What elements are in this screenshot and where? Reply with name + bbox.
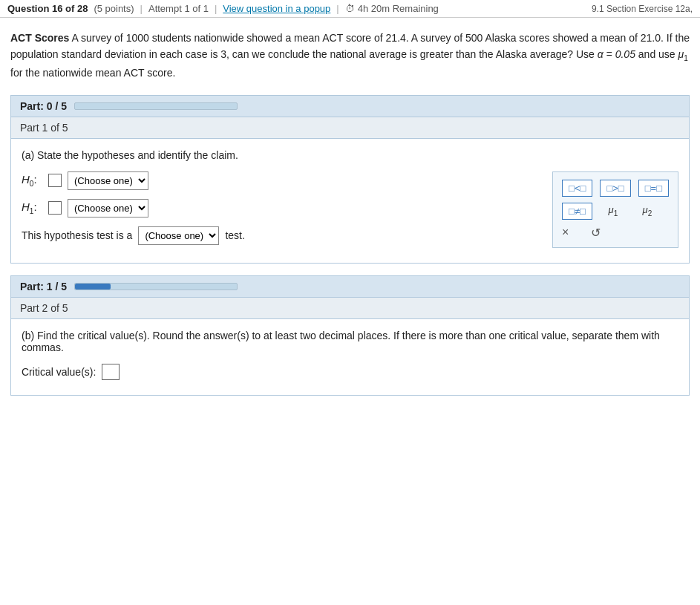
h1-dropdown[interactable]: (Choose one) μ₁ = μ₂ μ₁ ≠ μ₂ μ₁ < μ₂ μ₁ …: [68, 199, 148, 218]
part1-progress-bg: [74, 283, 238, 290]
h1-row: H1: (Choose one) μ₁ = μ₂ μ₁ ≠ μ₂ μ₁ < μ₂…: [22, 199, 518, 218]
part1-progress-label: Part: 1 / 5: [20, 281, 67, 292]
part1-progress-header: Part: 1 / 5: [10, 275, 690, 298]
part1-section: (a) State the hypotheses and identify th…: [10, 139, 690, 264]
points-label: (5 points): [94, 3, 134, 14]
separator-3: |: [336, 3, 338, 14]
part1-progress-fill: [75, 284, 111, 290]
symbol-mu1: μ1: [600, 204, 627, 218]
h0-row: H0: (Choose one) μ₁ = μ₂ μ₁ ≠ μ₂ μ₁ < μ₂…: [22, 171, 518, 190]
question-info: Question 16 of 28: [7, 3, 88, 14]
timer-icon: ⏱: [345, 3, 355, 14]
h0-checkbox[interactable]: [48, 174, 62, 187]
part1-left: H0: (Choose one) μ₁ = μ₂ μ₁ ≠ μ₂ μ₁ < μ₂…: [22, 171, 518, 245]
timer-text: 4h 20m Remaining: [358, 3, 439, 14]
part2-subheader: Part 2 of 5: [10, 298, 690, 319]
attempt-label: Attempt 1 of 1: [148, 3, 209, 14]
timer-display: ⏱ 4h 20m Remaining: [345, 3, 439, 14]
symbol-not-equals[interactable]: □≠□: [562, 203, 592, 220]
symbol-mu2: μ2: [634, 204, 661, 218]
part1-subheader: Part 1 of 5: [10, 117, 690, 139]
critical-value-input[interactable]: [102, 364, 120, 380]
part2-section: (b) Find the critical value(s). Round th…: [10, 319, 690, 396]
symbol-panel: □<□ □>□ □=□ □≠□ μ1 μ2 × ↺: [552, 171, 678, 248]
separator-1: |: [140, 3, 143, 14]
header-bar: Question 16 of 28 (5 points) | Attempt 1…: [0, 0, 700, 18]
symbol-row-2: □≠□ μ1 μ2: [562, 203, 669, 220]
critical-label: Critical value(s):: [22, 366, 96, 378]
problem-title: ACT Scores: [10, 32, 69, 44]
critical-value-row: Critical value(s):: [22, 364, 678, 380]
symbol-reset-button[interactable]: ↺: [591, 226, 601, 240]
part0-progress-bg: [74, 102, 238, 110]
separator-2: |: [215, 3, 217, 14]
h0-dropdown[interactable]: (Choose one) μ₁ = μ₂ μ₁ ≠ μ₂ μ₁ < μ₂ μ₁ …: [68, 171, 148, 190]
problem-text: ACT Scores A survey of 1000 students nat…: [10, 30, 690, 82]
section-reference: 9.1 Section Exercise 12a,: [592, 4, 693, 14]
symbol-less-than[interactable]: □<□: [562, 180, 592, 197]
symbol-close-button[interactable]: ×: [562, 226, 569, 239]
part2-instruction: (b) Find the critical value(s). Round th…: [22, 330, 678, 353]
main-content: ACT Scores A survey of 1000 students nat…: [0, 18, 700, 415]
symbol-equals[interactable]: □=□: [638, 180, 669, 197]
symbol-row-1: □<□ □>□ □=□: [562, 180, 669, 197]
part1-content-flex: H0: (Choose one) μ₁ = μ₂ μ₁ ≠ μ₂ μ₁ < μ₂…: [22, 171, 678, 248]
symbol-greater-than[interactable]: □>□: [600, 180, 630, 197]
test-suffix: test.: [225, 229, 244, 241]
part0-header: Part: 0 / 5: [10, 95, 690, 117]
problem-body: A survey of 1000 students nationwide sho…: [10, 32, 690, 79]
part0-label: Part: 0 / 5: [20, 100, 67, 112]
test-type-row: This hypothesis test is a (Choose one) l…: [22, 226, 518, 245]
part1-instruction: (a) State the hypotheses and identify th…: [22, 149, 678, 161]
alpha-value: α = 0.05: [598, 48, 635, 60]
h0-label: H0:: [22, 173, 42, 188]
view-popup-link[interactable]: View question in a popup: [223, 3, 330, 14]
test-prefix: This hypothesis test is a: [22, 229, 132, 241]
test-type-dropdown[interactable]: (Choose one) left-tailed right-tailed tw…: [138, 226, 219, 245]
h1-label: H1:: [22, 200, 42, 215]
symbol-panel-actions: × ↺: [562, 226, 669, 240]
mu-notation: μ1: [678, 48, 688, 60]
h1-checkbox[interactable]: [48, 201, 62, 215]
